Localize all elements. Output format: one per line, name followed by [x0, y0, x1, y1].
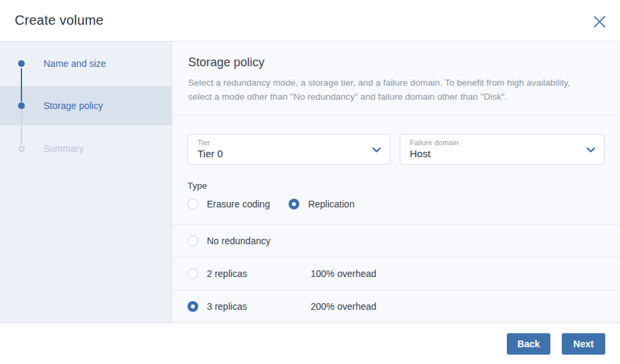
option-overhead: 100% overhead	[311, 268, 376, 279]
sidebar-step-summary[interactable]: Summary	[0, 142, 172, 155]
radio-label: Replication	[308, 199, 354, 209]
type-group: Type Erasure coding Replication	[187, 181, 605, 209]
dialog-header: Create volume	[0, 0, 620, 41]
failure-domain-select[interactable]: Failure domain Host	[400, 134, 605, 165]
dialog-footer: Back Next	[0, 323, 620, 364]
option-3-replicas[interactable]: 3 replicas 200% overhead	[172, 290, 620, 323]
next-button[interactable]: Next	[562, 333, 605, 355]
radio-replication[interactable]: Replication	[289, 199, 354, 209]
sidebar-step-storage-policy[interactable]: Storage policy	[0, 99, 172, 112]
sidebar-step-name-and-size[interactable]: Name and size	[0, 57, 172, 70]
option-label: No redundancy	[207, 236, 311, 246]
policy-form: Tier Tier 0 Failure domain Host	[172, 116, 620, 224]
tier-select[interactable]: Tier Tier 0	[187, 134, 390, 165]
option-label: 3 replicas	[207, 301, 311, 312]
close-icon	[593, 15, 606, 28]
option-label: 2 replicas	[207, 268, 311, 279]
chevron-down-icon	[372, 147, 381, 153]
dialog-title: Create volume	[15, 13, 104, 28]
radio-icon	[289, 199, 299, 209]
step-content: Storage policy Select a redundancy mode,…	[172, 41, 620, 323]
step-connector-upcoming	[21, 110, 22, 145]
radio-icon	[187, 301, 198, 312]
step-intro: Storage policy Select a redundancy mode,…	[172, 41, 620, 116]
step-label: Storage policy	[44, 100, 103, 111]
failure-domain-select-label: Failure domain	[410, 139, 581, 147]
step-heading: Storage policy	[188, 56, 604, 70]
redundancy-options: No redundancy 2 replicas 100% overhead 3…	[172, 224, 620, 323]
type-radio-row: Erasure coding Replication	[187, 199, 605, 209]
wizard-sidebar: Name and size Storage policy Summary	[0, 41, 172, 323]
radio-label: Erasure coding	[207, 199, 270, 209]
tier-select-value: Tier 0	[198, 148, 367, 159]
type-group-label: Type	[187, 181, 605, 191]
radio-icon	[187, 236, 198, 246]
step-dot-filled-icon	[18, 60, 25, 67]
tier-select-label: Tier	[198, 139, 367, 147]
create-volume-dialog: Create volume Name and size Storage poli…	[0, 0, 620, 364]
step-label: Name and size	[44, 58, 106, 69]
chevron-down-icon	[587, 147, 595, 153]
dialog-body: Name and size Storage policy Summary Sto…	[0, 41, 620, 323]
option-overhead: 200% overhead	[311, 301, 376, 312]
radio-icon	[187, 199, 198, 209]
failure-domain-select-value: Host	[410, 148, 581, 159]
back-button[interactable]: Back	[507, 333, 550, 355]
step-dot-filled-icon	[18, 102, 25, 109]
step-dot-hollow-icon	[19, 146, 25, 152]
select-row: Tier Tier 0 Failure domain Host	[187, 134, 605, 165]
radio-icon	[187, 268, 198, 279]
option-no-redundancy[interactable]: No redundancy	[172, 224, 620, 257]
step-connector-done	[21, 68, 22, 102]
radio-erasure-coding[interactable]: Erasure coding	[187, 199, 270, 209]
step-description: Select a redundancy mode, a storage tier…	[188, 76, 583, 104]
step-label: Summary	[44, 143, 84, 154]
option-2-replicas[interactable]: 2 replicas 100% overhead	[172, 257, 620, 290]
close-button[interactable]	[591, 13, 608, 30]
